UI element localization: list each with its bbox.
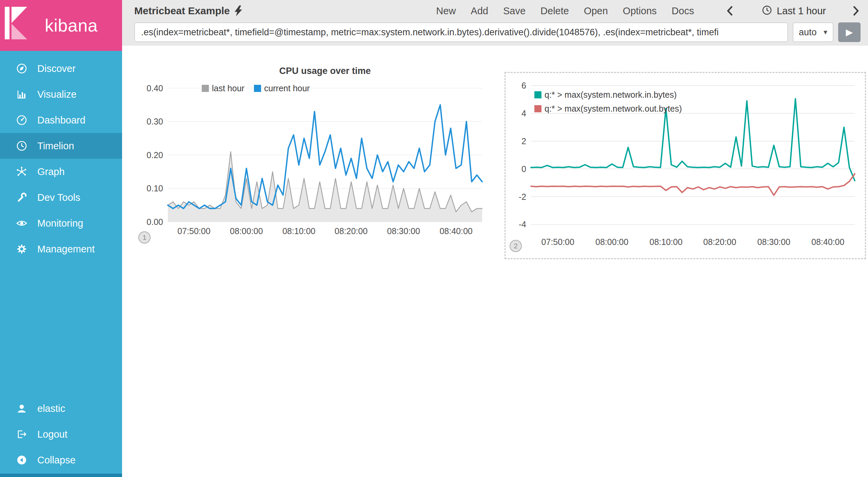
compass-icon [16,62,28,75]
sidebar-item-monitoring[interactable]: Monitoring [0,210,122,236]
save-button[interactable]: Save [503,5,526,17]
x-tick-label: 07:50:00 [163,226,224,236]
bar-chart-icon [16,88,28,100]
sidebar-item-dev-tools[interactable]: Dev Tools [0,185,122,210]
x-tick-label: 07:50:00 [527,237,588,247]
panel-number-badge: 1 [138,231,151,244]
timelion-chart-panel-1[interactable]: CPU usage over time last hourcurrent hou… [136,62,488,252]
y-tick-label: 4 [506,108,526,118]
sidebar-item-label: Collapse [37,455,76,466]
legend-item[interactable]: q:* > max(system.network.in.bytes) [534,90,682,100]
kibana-logo-area[interactable]: kibana [0,0,122,51]
legend-item[interactable]: last hour [202,83,244,93]
interval-value: auto [799,27,817,38]
x-tick-label: 08:40:00 [797,237,859,247]
time-back-button[interactable] [727,5,733,17]
clock-icon [762,5,772,17]
wrench-icon [16,191,28,204]
y-tick-label: 6 [506,80,526,91]
docs-button[interactable]: Docs [672,5,694,17]
sidebar-item-label: Dev Tools [37,192,80,203]
sidebar-item-visualize[interactable]: Visualize [0,81,122,107]
x-tick-label: 08:40:00 [426,226,487,236]
chart-canvas [136,62,488,252]
legend-label: q:* > max(system.network.in.bytes) [545,90,677,100]
interval-select[interactable]: auto ▾ [793,22,833,42]
x-tick-label: 08:30:00 [373,226,434,236]
query-bar: auto ▾ ▶ [122,22,868,42]
time-picker[interactable]: Last 1 hour [762,5,826,17]
timelion-query-input[interactable] [134,22,788,42]
legend-label: last hour [212,83,244,93]
sidebar-item-timelion[interactable]: Timelion [0,133,122,159]
y-tick-label: 0.40 [136,83,163,93]
y-tick-label: 2 [506,136,526,146]
x-tick-label: 08:20:00 [689,237,750,247]
eye-icon [16,217,28,229]
y-tick-label: -2 [506,192,526,202]
time-forward-button[interactable] [852,5,859,17]
sidebar-item-label: Timelion [37,140,74,152]
y-tick-label: -4 [506,219,526,229]
add-button[interactable]: Add [471,5,488,17]
sidebar-item-label: Discover [37,63,76,74]
sidebar-item-label: elastic [37,403,65,414]
cpu-chart-plot[interactable]: 0.000.100.200.300.4007:50:0008:00:0008:1… [136,62,488,252]
sidebar-item-elastic-user[interactable]: elastic [0,396,122,421]
sidebar-item-label: Visualize [37,89,77,100]
legend-swatch-icon [534,105,541,112]
sidebar-item-graph[interactable]: Graph [0,159,122,185]
legend-swatch-icon [254,85,261,92]
sidebar-item-label: Graph [37,166,65,177]
sidebar-bottom-strip [0,474,122,477]
sidebar-item-label: Management [37,244,95,255]
legend-swatch-icon [534,91,541,98]
y-tick-label: 0 [506,164,526,174]
user-icon [16,402,28,415]
sidebar-nav: Discover Visualize Dashboard Timelion Gr… [0,51,122,262]
sidebar-item-collapse[interactable]: Collapse [0,447,122,473]
series-area [168,152,482,222]
play-icon: ▶ [846,28,853,37]
sidebar-item-logout[interactable]: Logout [0,421,122,447]
run-query-button[interactable]: ▶ [838,22,861,42]
timelion-chart-panel-2-selected[interactable]: q:* > max(system.network.in.bytes)q:* > … [505,72,866,259]
time-picker-label: Last 1 hour [777,5,826,17]
main-content: CPU usage over time last hourcurrent hou… [122,45,868,477]
lightning-bolt-icon [235,5,242,16]
page-title: Metricbeat Example [134,5,230,17]
top-header: Metricbeat Example New Add Save Delete O… [122,0,868,45]
sidebar-item-label: Logout [37,429,67,440]
x-tick-label: 08:00:00 [581,237,643,247]
sidebar-item-discover[interactable]: Discover [0,56,122,81]
chart-legend: last hourcurrent hour [202,83,310,93]
new-button[interactable]: New [436,5,456,17]
legend-item[interactable]: q:* > max(system.network.out.bytes) [534,104,682,114]
sidebar-item-label: Monitoring [37,218,83,229]
x-tick-label: 08:10:00 [635,237,696,247]
y-tick-label: 0.00 [136,217,163,227]
clock-icon [16,140,28,152]
sidebar-bottom-group: elastic Logout Collapse [0,396,122,473]
collapse-icon [16,454,28,466]
delete-button[interactable]: Delete [540,5,569,17]
sidebar-item-dashboard[interactable]: Dashboard [0,107,122,133]
sidebar-item-label: Dashboard [37,115,85,126]
legend-label: q:* > max(system.network.out.bytes) [545,104,682,114]
options-button[interactable]: Options [623,5,657,17]
legend-swatch-icon [202,85,209,92]
kibana-logo-icon [0,0,31,51]
gear-icon [16,243,28,255]
sidebar-item-management[interactable]: Management [0,236,122,262]
chart-legend: q:* > max(system.network.in.bytes)q:* > … [534,90,682,114]
logout-icon [16,428,28,440]
y-tick-label: 0.30 [136,116,163,127]
legend-label: current hour [264,83,310,93]
legend-item[interactable]: current hour [254,83,310,93]
title-bar: Metricbeat Example New Add Save Delete O… [122,0,868,22]
x-tick-label: 08:20:00 [320,226,381,236]
chart-title: CPU usage over time [168,66,482,76]
x-tick-label: 08:30:00 [743,237,804,247]
y-tick-label: 0.10 [136,183,163,193]
open-button[interactable]: Open [584,5,608,17]
